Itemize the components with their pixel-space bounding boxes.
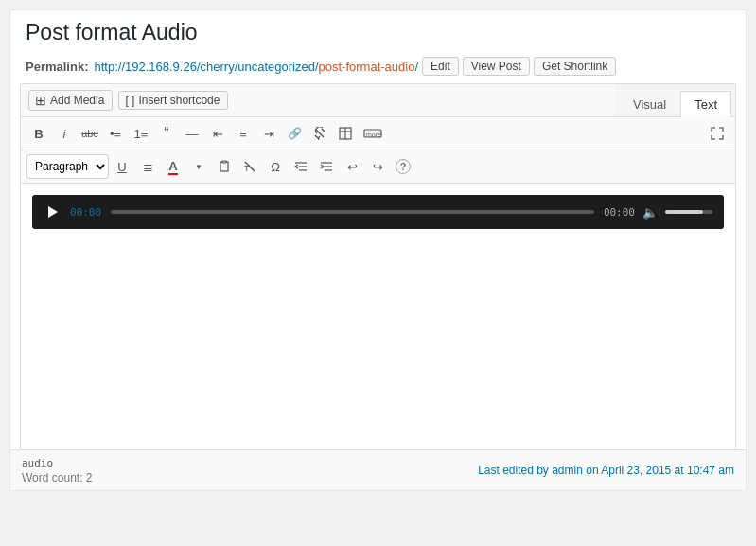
paste-text-icon — [218, 160, 231, 173]
permalink-url[interactable]: http://192.168.9.26/cherry/uncategorized… — [94, 60, 418, 74]
play-icon — [48, 206, 58, 218]
outdent-button[interactable] — [289, 154, 313, 179]
word-count-value: 2 — [86, 471, 93, 484]
text-color-icon: A — [168, 159, 177, 175]
bold-button[interactable]: B — [26, 121, 51, 146]
editor-footer: audio Word count: 2 Last edited by admin… — [10, 449, 746, 490]
permalink-slash: / — [414, 60, 418, 74]
post-title[interactable]: Post format Audio — [10, 10, 746, 53]
svg-rect-9 — [222, 161, 226, 163]
strikethrough-icon: abc — [81, 128, 98, 139]
hr-button[interactable]: — — [180, 121, 204, 146]
more-tag-icon: more — [363, 127, 382, 140]
tab-text[interactable]: Text — [680, 91, 731, 117]
editor-toolbar-wrap: ⊞ Add Media [ ] Insert shortcode Visual … — [20, 83, 736, 449]
hr-icon: — — [186, 127, 199, 141]
add-media-icon: ⊞ — [35, 93, 46, 108]
link-button[interactable]: 🔗 — [282, 121, 307, 146]
unordered-list-button[interactable]: •≡ — [103, 121, 128, 146]
play-button[interactable] — [44, 203, 62, 221]
insert-shortcode-label: Insert shortcode — [138, 94, 220, 107]
align-right-icon: ⇥ — [264, 127, 274, 141]
text-color-button[interactable]: A — [161, 154, 185, 179]
unlink-icon — [313, 127, 326, 140]
blockquote-icon: “ — [164, 125, 168, 142]
expand-button[interactable] — [705, 121, 730, 146]
volume-filled — [665, 210, 703, 214]
align-center-button[interactable]: ≡ — [231, 121, 255, 146]
permalink-label: Permalink: — [26, 60, 88, 74]
unlink-button[interactable] — [308, 121, 332, 146]
align-center-icon: ≡ — [239, 127, 247, 141]
editor-content[interactable]: 00:00 00:00 🔈 — [21, 184, 735, 449]
editor-path: audio — [22, 456, 93, 469]
undo-icon: ↩ — [347, 160, 358, 174]
media-buttons-area: ⊞ Add Media [ ] Insert shortcode — [21, 84, 615, 116]
help-button[interactable]: ? — [391, 154, 415, 179]
undo-button[interactable]: ↩ — [340, 154, 364, 179]
get-shortlink-button[interactable]: Get Shortlink — [534, 57, 616, 76]
justify-icon: ≣ — [143, 160, 153, 174]
redo-icon: ↪ — [373, 160, 383, 174]
permalink-slug: post-format-audio — [319, 60, 415, 74]
special-chars-icon: Ω — [271, 160, 280, 174]
more-tag-button[interactable]: more — [359, 121, 387, 146]
time-current: 00:00 — [70, 206, 103, 219]
align-right-button[interactable]: ⇥ — [256, 121, 281, 146]
add-media-label: Add Media — [50, 94, 104, 107]
svg-text:more: more — [366, 132, 381, 138]
expand-icon — [711, 127, 724, 140]
tab-visual[interactable]: Visual — [619, 91, 680, 117]
word-count-label: Word count: — [22, 471, 82, 484]
outdent-icon — [294, 160, 308, 173]
paste-text-button[interactable] — [212, 154, 237, 179]
word-count-area: Word count: 2 — [22, 471, 93, 484]
permalink-base: http://192.168.9.26/cherry/uncategorized… — [94, 60, 318, 74]
indent-icon — [320, 160, 333, 173]
text-color-dropdown[interactable]: ▼ — [186, 154, 211, 179]
help-icon: ? — [396, 159, 411, 174]
progress-bar[interactable] — [111, 210, 594, 214]
ol-icon: 1≡ — [134, 127, 149, 141]
clear-formatting-button[interactable]: T — [237, 154, 262, 179]
align-left-button[interactable]: ⇤ — [205, 121, 230, 146]
justify-button[interactable]: ≣ — [135, 154, 160, 179]
bold-icon: B — [34, 127, 43, 141]
text-color-arrow-icon: ▼ — [195, 163, 202, 171]
editor-tabs: Visual Text — [615, 84, 735, 116]
italic-button[interactable]: i — [52, 121, 77, 146]
paragraph-select[interactable]: Paragraph — [26, 154, 109, 179]
table-icon — [339, 127, 352, 140]
path-tag: audio — [22, 457, 53, 469]
last-edited: Last edited by admin on April 23, 2015 a… — [478, 464, 734, 477]
shortcode-icon: [ ] — [125, 94, 134, 107]
underline-button[interactable]: U — [110, 154, 134, 179]
edit-permalink-button[interactable]: Edit — [422, 57, 459, 76]
add-media-button[interactable]: ⊞ Add Media — [28, 90, 113, 111]
table-button[interactable] — [333, 121, 358, 146]
svg-line-1 — [322, 129, 325, 132]
link-icon: 🔗 — [288, 127, 302, 140]
editor-box: Post format Audio Permalink: http://192.… — [9, 9, 747, 491]
indent-button[interactable] — [314, 154, 339, 179]
italic-icon: i — [63, 127, 66, 141]
insert-shortcode-button[interactable]: [ ] Insert shortcode — [118, 91, 228, 110]
special-chars-button[interactable]: Ω — [263, 154, 288, 179]
ul-icon: •≡ — [110, 127, 121, 141]
toolbar-row2: Paragraph U ≣ A ▼ T Ω ↩ — [21, 150, 735, 184]
volume-icon[interactable]: 🔈 — [642, 205, 658, 220]
redo-button[interactable]: ↪ — [365, 154, 390, 179]
underline-icon: U — [117, 160, 126, 174]
svg-line-2 — [316, 130, 324, 137]
strikethrough-button[interactable]: abc — [78, 121, 102, 146]
clear-formatting-icon: T — [243, 160, 256, 173]
view-post-button[interactable]: View Post — [463, 57, 530, 76]
permalink-bar: Permalink: http://192.168.9.26/cherry/un… — [10, 53, 746, 83]
footer-left: audio Word count: 2 — [22, 456, 93, 484]
svg-line-0 — [315, 135, 318, 138]
volume-slider[interactable] — [665, 210, 712, 214]
align-left-icon: ⇤ — [213, 127, 223, 141]
ordered-list-button[interactable]: 1≡ — [129, 121, 153, 146]
editor-wrap: Post format Audio Permalink: http://192.… — [0, 0, 756, 546]
blockquote-button[interactable]: “ — [154, 121, 179, 146]
